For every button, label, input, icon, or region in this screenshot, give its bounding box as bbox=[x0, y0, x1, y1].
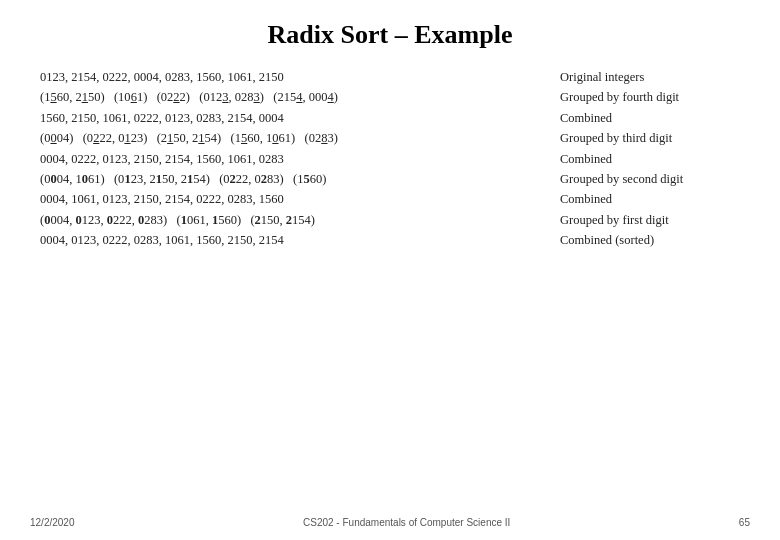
slide: Radix Sort – Example 0123, 2154, 0222, 0… bbox=[0, 0, 780, 540]
row-group-fourth: (1560, 2150) (1061) (0222) (0123, 0283) … bbox=[40, 88, 550, 107]
label-group-third: Grouped by third digit bbox=[560, 129, 740, 148]
label-combined-3: Combined bbox=[560, 190, 740, 209]
row-group-second: (0004, 1061) (0123, 2150, 2154) (0222, 0… bbox=[40, 170, 550, 189]
row-combined-sorted: 0004, 0123, 0222, 0283, 1061, 1560, 2150… bbox=[40, 231, 550, 250]
row-combined-2: 0004, 0222, 0123, 2150, 2154, 1560, 1061… bbox=[40, 150, 550, 169]
footer-date: 12/2/2020 bbox=[30, 517, 75, 528]
label-combined-sorted: Combined (sorted) bbox=[560, 231, 740, 250]
footer: 12/2/2020 CS202 - Fundamentals of Comput… bbox=[0, 517, 780, 528]
label-group-second: Grouped by second digit bbox=[560, 170, 740, 189]
content-area: 0123, 2154, 0222, 0004, 0283, 1560, 1061… bbox=[40, 68, 740, 251]
row-original: 0123, 2154, 0222, 0004, 0283, 1560, 1061… bbox=[40, 68, 550, 87]
row-combined-3: 0004, 1061, 0123, 2150, 2154, 0222, 0283… bbox=[40, 190, 550, 209]
slide-title: Radix Sort – Example bbox=[40, 20, 740, 50]
row-group-first: (0004, 0123, 0222, 0283) (1061, 1560) (2… bbox=[40, 211, 550, 230]
label-original: Original integers bbox=[560, 68, 740, 87]
label-combined-1: Combined bbox=[560, 109, 740, 128]
label-combined-2: Combined bbox=[560, 150, 740, 169]
row-combined-1: 1560, 2150, 1061, 0222, 0123, 0283, 2154… bbox=[40, 109, 550, 128]
left-column: 0123, 2154, 0222, 0004, 0283, 1560, 1061… bbox=[40, 68, 550, 251]
footer-page: 65 bbox=[739, 517, 750, 528]
label-group-first: Grouped by first digit bbox=[560, 211, 740, 230]
footer-course: CS202 - Fundamentals of Computer Science… bbox=[303, 517, 510, 528]
row-group-third: (0004) (0222, 0123) (2150, 2154) (1560, … bbox=[40, 129, 550, 148]
right-column: Original integers Grouped by fourth digi… bbox=[550, 68, 740, 251]
label-group-fourth: Grouped by fourth digit bbox=[560, 88, 740, 107]
